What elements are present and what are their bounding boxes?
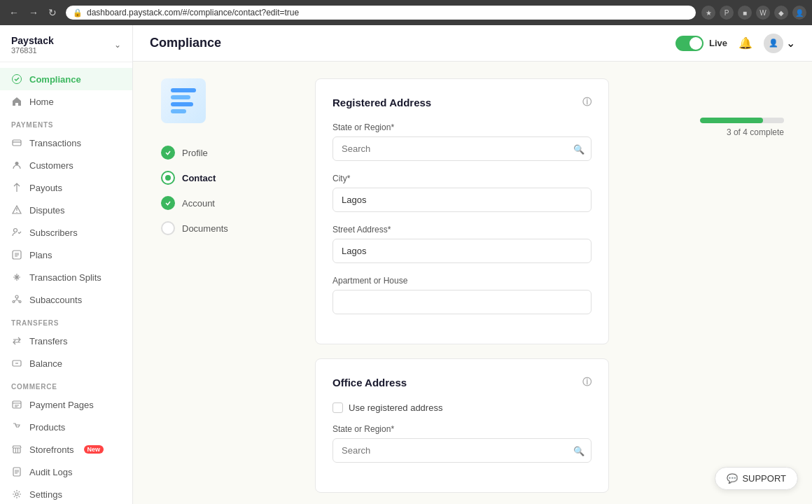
step-documents[interactable]: Documents <box>161 216 287 241</box>
balance-label: Balance <box>29 358 62 369</box>
settings-label: Settings <box>29 489 62 500</box>
use-registered-checkbox[interactable] <box>332 402 343 413</box>
extension-icon-4[interactable]: ◆ <box>774 6 788 20</box>
home-label: Home <box>29 97 54 107</box>
svg-point-10 <box>15 430 17 431</box>
apartment-label: Apartment or House <box>332 276 592 286</box>
extension-icon-1[interactable]: P <box>720 6 734 20</box>
step-account-label: Account <box>182 198 215 209</box>
content-area: 3 of 4 complete <box>133 62 812 504</box>
compliance-form: Registered Address ⓘ State or Region* 🔍 <box>315 78 609 504</box>
transfers-section-label: TRANSFERS <box>0 311 132 330</box>
sidebar-item-customers[interactable]: Customers <box>0 154 132 176</box>
office-state-region-group: State or Region* 🔍 <box>332 424 592 463</box>
street-address-group: Street Address* <box>332 225 592 263</box>
transactions-label: Transactions <box>29 138 81 148</box>
office-state-region-label: State or Region* <box>332 424 592 434</box>
sidebar-item-balance[interactable]: Balance <box>0 352 132 374</box>
compliance-logo-lines <box>171 88 196 113</box>
sidebar-item-transactions[interactable]: Transactions <box>0 132 132 154</box>
notification-bell-icon[interactable]: 🔔 <box>738 36 752 50</box>
sidebar-item-plans[interactable]: Plans <box>0 244 132 266</box>
user-avatar: 👤 <box>764 34 783 53</box>
sidebar-item-settings[interactable]: Settings <box>0 483 132 504</box>
sidebar-item-transfers[interactable]: Transfers <box>0 330 132 352</box>
subaccounts-label: Subaccounts <box>29 295 82 305</box>
disputes-label: Disputes <box>29 205 65 216</box>
step-account[interactable]: Account <box>161 190 287 216</box>
state-region-label: State or Region* <box>332 122 592 132</box>
sidebar-item-subaccounts[interactable]: Subaccounts <box>0 288 132 311</box>
star-icon[interactable]: ★ <box>701 6 715 20</box>
sidebar-item-payouts[interactable]: Payouts <box>0 176 132 199</box>
refresh-button[interactable]: ↻ <box>45 6 60 20</box>
office-state-region-input-wrapper: 🔍 <box>332 438 592 463</box>
audit-logs-label: Audit Logs <box>29 467 72 477</box>
subscribers-label: Subscribers <box>29 227 78 238</box>
brand-chevron-icon: ⌄ <box>114 40 121 50</box>
logo-line-2 <box>171 95 190 99</box>
products-label: Products <box>29 422 65 433</box>
state-region-group: State or Region* 🔍 <box>332 122 592 161</box>
live-label: Live <box>709 38 727 48</box>
live-toggle[interactable]: Live <box>676 36 727 51</box>
transaction-splits-label: Transaction Splits <box>29 272 102 283</box>
plans-icon <box>11 249 22 260</box>
sidebar-item-transaction-splits[interactable]: Transaction Splits <box>0 266 132 288</box>
support-button[interactable]: 💬 SUPPORT <box>715 467 798 490</box>
lock-icon: 🔒 <box>73 8 83 18</box>
step-contact[interactable]: Contact <box>161 165 287 190</box>
support-icon: 💬 <box>727 473 738 484</box>
state-region-input[interactable] <box>332 136 592 161</box>
office-state-region-input[interactable] <box>332 438 592 463</box>
step-icon-account <box>161 196 175 210</box>
user-menu[interactable]: 👤 ⌄ <box>764 34 795 53</box>
city-input[interactable] <box>332 188 592 212</box>
sidebar-item-disputes[interactable]: Disputes <box>0 199 132 221</box>
url-text: dashboard.paystack.com/#/compliance/cont… <box>87 8 299 18</box>
compliance-label: Compliance <box>29 74 81 85</box>
logo-line-4 <box>171 109 186 113</box>
apartment-input[interactable] <box>332 290 592 314</box>
topbar: Compliance Live 🔔 👤 ⌄ <box>133 25 812 62</box>
street-address-input[interactable] <box>332 239 592 263</box>
disputes-icon <box>11 204 22 216</box>
user-profile-icon[interactable]: 👤 <box>792 6 806 20</box>
city-label: City* <box>332 174 592 183</box>
address-bar[interactable]: 🔒 dashboard.paystack.com/#/compliance/co… <box>66 6 696 20</box>
splits-icon <box>11 272 22 283</box>
svg-point-2 <box>15 162 19 165</box>
toggle-switch[interactable] <box>676 36 704 51</box>
payment-pages-icon <box>11 399 22 410</box>
subscribers-icon <box>11 227 22 238</box>
sidebar-item-audit-logs[interactable]: Audit Logs <box>0 461 132 483</box>
back-button[interactable]: ← <box>6 6 22 20</box>
compliance-logo-box <box>161 78 206 123</box>
extension-icon-2[interactable]: ■ <box>738 6 752 20</box>
storefronts-label: Storefronts <box>29 444 74 455</box>
brand-selector[interactable]: Paystack 376831 ⌄ <box>11 35 121 55</box>
page-title: Compliance <box>150 36 221 50</box>
use-registered-row: Use registered address <box>332 402 592 413</box>
registered-address-title: Registered Address ⓘ <box>332 96 592 108</box>
step-contact-label: Contact <box>182 173 216 183</box>
svg-rect-1 <box>13 140 21 146</box>
progress-bar-fill <box>700 118 763 123</box>
city-group: City* <box>332 174 592 212</box>
new-badge: New <box>84 445 104 454</box>
sidebar-item-compliance[interactable]: Compliance <box>0 68 132 90</box>
registered-address-help-icon[interactable]: ⓘ <box>582 96 592 108</box>
step-icon-profile <box>161 146 175 160</box>
sidebar-item-storefronts[interactable]: Storefronts New <box>0 438 132 461</box>
brand-id: 376831 <box>11 46 54 55</box>
office-address-help-icon[interactable]: ⓘ <box>582 376 592 388</box>
sidebar-item-home[interactable]: Home <box>0 90 132 113</box>
step-profile[interactable]: Profile <box>161 140 287 165</box>
forward-button[interactable]: → <box>25 6 42 20</box>
progress-area: 3 of 4 complete <box>700 118 784 137</box>
sidebar-item-subscribers[interactable]: Subscribers <box>0 221 132 244</box>
sidebar-item-products[interactable]: Products <box>0 416 132 438</box>
step-icon-contact <box>161 171 175 185</box>
sidebar-item-payment-pages[interactable]: Payment Pages <box>0 393 132 416</box>
extension-icon-3[interactable]: W <box>756 6 770 20</box>
